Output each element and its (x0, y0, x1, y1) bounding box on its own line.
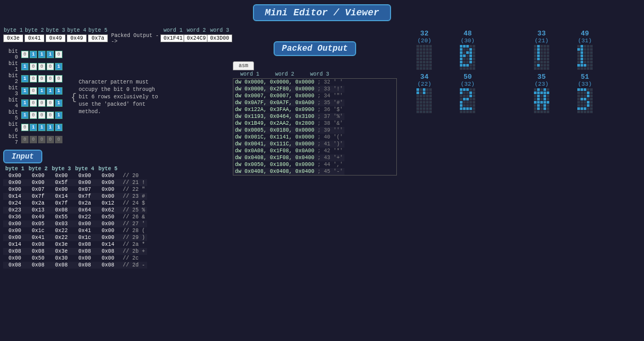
table-row: 0x140x080x3e0x080x14// 2a * (3, 241, 147, 248)
table-row: 0x000x070x000x070x00// 22 " (3, 186, 147, 193)
char-preview-32: 32(20) (403, 30, 446, 70)
bit-cell-2-2[interactable]: 0 (38, 75, 46, 82)
bit-cell-1-4[interactable]: 1 (55, 63, 62, 70)
table-row: 0x000x000x000x000x00// 20 (3, 172, 147, 179)
bit-cell-0-3[interactable]: 1 (47, 51, 54, 58)
middle-panel: Packed Output asm word 1 word 2 word 3 d… (233, 25, 397, 339)
packed-row: dw 0x0000,0x2F80,0x0000; 33'!' (233, 86, 344, 93)
byte-col-2: byte 2 0x41 (24, 27, 44, 42)
bit-cell-6-2[interactable]: 1 (38, 124, 46, 131)
packed-row: dw 0x0000,0x0000,0x0000; 32' ' (233, 79, 344, 86)
table-row: 0x240x2a0x7f0x2a0x12// 24 $ (3, 200, 147, 207)
word-col-2: word 2 0x24C9 (185, 27, 207, 42)
packed-arrow: Packed Output --> (111, 33, 159, 44)
bit-cell-3-0[interactable]: 1 (21, 87, 29, 95)
bit-cell-2-0[interactable]: 1 (21, 75, 29, 82)
input-table: byte 1byte 2byte 3byte 4byte 5 0x000x000… (3, 165, 147, 269)
bit-cell-5-2[interactable]: 0 (38, 112, 46, 119)
table-row: 0x000x410x220x1c0x00// 29 ) (3, 234, 147, 241)
bit-row-6: bit 601111 (3, 122, 62, 133)
packed-row: dw 0x001C,0x1141,0x0000; 40'(' (233, 134, 344, 141)
bit-row-5: bit 510001 (3, 109, 62, 121)
bit-cell-1-2[interactable]: 0 (38, 63, 46, 70)
byte-col-4: byte 4 0x49 (67, 27, 87, 42)
byte-col-5: byte 5 0x7a (88, 27, 108, 42)
bytes-header: byte 1 0x3e byte 2 0x41 byte 3 0x49 byte… (3, 25, 231, 44)
packed-word3-header: word 3 (304, 71, 335, 77)
word-col-1: word 1 0x1F41 (162, 27, 184, 42)
bit-cell-6-3[interactable]: 1 (47, 124, 54, 131)
bit-cell-7-4[interactable]: 0 (55, 136, 62, 143)
main-container: Mini Editor / Viewer byte 1 0x3e byte 2 … (0, 0, 644, 341)
char-preview-50: 50(32) (447, 73, 489, 113)
bit-row-7: bit 700000 (3, 134, 62, 145)
title-bar: Mini Editor / Viewer (0, 0, 644, 23)
bit-cell-0-2[interactable]: 1 (38, 51, 46, 58)
bit-cell-6-4[interactable]: 1 (55, 124, 62, 131)
packed-row: dw 0x0A08,0x1F08,0x0A00; 42'*' (233, 148, 344, 154)
input-label: Input (3, 150, 42, 163)
bit-cell-5-0[interactable]: 1 (21, 112, 29, 119)
bit-cell-1-1[interactable]: 0 (30, 63, 37, 70)
asm-tab[interactable]: asm (233, 61, 254, 70)
packed-word1-header: word 1 (234, 71, 266, 77)
packed-row: dw 0x0408,0x0408,0x0400; 45'-' (233, 168, 344, 175)
bit-cell-0-1[interactable]: 1 (30, 51, 37, 58)
bit-cell-7-3[interactable]: 0 (47, 136, 54, 143)
bit-cell-7-2[interactable]: 0 (38, 136, 46, 143)
bit-cell-4-3[interactable]: 0 (47, 99, 54, 107)
packed-table-container[interactable]: dw 0x0000,0x0000,0x0000; 32' 'dw 0x0000,… (233, 78, 397, 176)
packed-row: dw 0x0050,0x1800,0x0000; 44',' (233, 161, 344, 168)
bit-cell-2-4[interactable]: 0 (55, 75, 62, 82)
bit-cell-3-1[interactable]: 0 (30, 87, 37, 95)
bit-cell-1-3[interactable]: 0 (47, 63, 54, 70)
packed-output-label: Packed Output (233, 41, 397, 58)
bit-cell-2-3[interactable]: 0 (47, 75, 54, 82)
bit-row-2: bit 210000 (3, 73, 62, 85)
asm-tab-row: asm (233, 61, 397, 70)
packed-row: dw 0x0041,0x111C,0x0000; 41')' (233, 141, 344, 148)
bit-cell-4-2[interactable]: 0 (38, 99, 46, 107)
bit-cell-5-4[interactable]: 1 (55, 112, 62, 119)
char-grid: 32(20)48(30)33(21)49(31)34(22)50(32)35(2… (399, 25, 641, 117)
char-preview-34: 34(22) (403, 73, 446, 113)
word-col-3: word 3 0x3D00 (208, 27, 231, 42)
bit-cell-6-1[interactable]: 1 (30, 124, 37, 131)
content-row: byte 1 0x3e byte 2 0x41 byte 3 0x49 byte… (0, 23, 644, 341)
char-preview-49: 49(31) (564, 30, 606, 70)
bit-row-3: bit 310111 (3, 85, 62, 97)
bit-cell-3-2[interactable]: 1 (38, 87, 46, 95)
char-preview-48: 48(30) (447, 30, 489, 70)
bit-cell-4-0[interactable]: 1 (21, 99, 29, 107)
bit-cell-3-4[interactable]: 1 (55, 87, 62, 95)
packed-word2-header: word 2 (269, 71, 301, 77)
left-panel: byte 1 0x3e byte 2 0x41 byte 3 0x49 byte… (3, 25, 231, 339)
bit-row-0: bit 001110 (3, 49, 62, 60)
bit-rows: bit 001110bit 110001bit 210000bit 310111… (3, 49, 62, 145)
app-title: Mini Editor / Viewer (253, 4, 391, 21)
bit-cell-1-0[interactable]: 1 (21, 63, 29, 70)
brace-annotation: Character pattern must occupy the bit 0 … (79, 79, 164, 116)
table-row: 0x230x130x080x640x62// 25 % (3, 207, 147, 214)
packed-table: dw 0x0000,0x0000,0x0000; 32' 'dw 0x0000,… (233, 79, 344, 175)
bit-cell-7-0[interactable]: 0 (21, 136, 29, 143)
bit-cell-4-1[interactable]: 0 (30, 99, 37, 107)
packed-row: dw 0x0408,0x1F08,0x0400; 43'+' (233, 154, 344, 161)
packed-row: dw 0x0007,0x0007,0x0000; 34'"' (233, 93, 344, 99)
bit-cell-0-4[interactable]: 0 (55, 51, 62, 58)
bit-cell-6-0[interactable]: 0 (21, 124, 29, 131)
table-row: 0x360x490x550x220x50// 26 & (3, 214, 147, 220)
bit-cell-0-0[interactable]: 0 (21, 51, 29, 58)
byte-col-3: byte 3 0x49 (46, 27, 66, 42)
input-table-container[interactable]: byte 1byte 2byte 3byte 4byte 5 0x000x000… (3, 165, 231, 269)
bit-cell-5-3[interactable]: 0 (47, 112, 54, 119)
char-preview-35: 35(23) (520, 73, 563, 113)
bit-cell-2-1[interactable]: 0 (30, 75, 37, 82)
bit-row-1: bit 110001 (3, 61, 62, 72)
bit-cell-7-1[interactable]: 0 (30, 136, 37, 143)
packed-row: dw 0x122A,0x3FAA,0x0900; 36'$' (233, 106, 344, 113)
bit-cell-3-3[interactable]: 1 (47, 87, 54, 95)
bit-cell-5-1[interactable]: 0 (30, 112, 37, 119)
bit-row-4: bit 410001 (3, 97, 62, 109)
bit-cell-4-4[interactable]: 1 (55, 99, 62, 107)
